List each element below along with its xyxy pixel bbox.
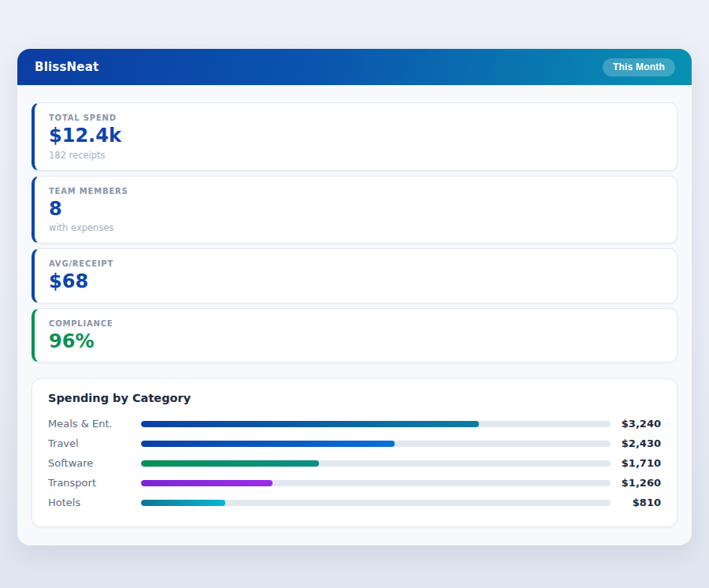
app-title: BlissNeat xyxy=(35,60,98,74)
category-label: Transport xyxy=(48,477,141,489)
bar-track xyxy=(141,500,611,506)
stat-value: $68 xyxy=(49,271,663,293)
category-label: Meals & Ent. xyxy=(48,418,141,430)
stat-label: COMPLIANCE xyxy=(49,319,663,328)
chart-row-software: Software $1,710 xyxy=(48,453,661,473)
chart-row-meals: Meals & Ent. $3,240 xyxy=(48,414,661,434)
stat-subtitle: with expenses xyxy=(49,222,663,233)
stat-card-compliance: COMPLIANCE 96% xyxy=(32,308,677,363)
stat-subtitle: 182 receipts xyxy=(49,150,663,161)
stat-card-total-spend: TOTAL SPEND $12.4k 182 receipts xyxy=(32,102,677,171)
stat-value: 96% xyxy=(49,331,663,353)
bar-travel xyxy=(141,441,395,447)
app-header: BlissNeat This Month xyxy=(17,49,692,85)
bar-hotels xyxy=(141,500,225,506)
stat-card-team-members: TEAM MEMBERS 8 with expenses xyxy=(32,176,677,244)
bar-track xyxy=(141,441,611,447)
stat-card-avg-receipt: AVG/RECEIPT $68 xyxy=(32,248,677,303)
category-label: Software xyxy=(48,457,141,469)
category-value: $1,710 xyxy=(611,457,661,469)
spending-by-category-chart: Spending by Category Meals & Ent. $3,240… xyxy=(32,378,677,527)
stat-value: $12.4k xyxy=(49,125,663,147)
category-value: $1,260 xyxy=(611,477,661,489)
chart-title: Spending by Category xyxy=(48,392,661,404)
bar-track xyxy=(141,480,611,486)
bar-track xyxy=(141,460,611,467)
bar-transport xyxy=(141,480,273,486)
category-value: $3,240 xyxy=(611,418,661,430)
stat-label: AVG/RECEIPT xyxy=(49,259,663,268)
bar-software xyxy=(141,460,319,467)
chart-row-travel: Travel $2,430 xyxy=(48,434,661,453)
category-value: $810 xyxy=(611,497,661,508)
category-label: Travel xyxy=(48,437,141,449)
stat-value: 8 xyxy=(49,199,663,221)
category-value: $2,430 xyxy=(611,437,661,449)
dashboard-body: TOTAL SPEND $12.4k 182 receipts TEAM MEM… xyxy=(17,85,692,545)
bar-track xyxy=(141,421,611,427)
period-badge[interactable]: This Month xyxy=(603,58,675,76)
stat-label: TOTAL SPEND xyxy=(49,114,663,122)
chart-row-hotels: Hotels $810 xyxy=(48,493,661,512)
chart-row-transport: Transport $1,260 xyxy=(48,473,661,493)
category-label: Hotels xyxy=(48,497,141,508)
stat-label: TEAM MEMBERS xyxy=(49,187,663,195)
dashboard-window: BlissNeat This Month TOTAL SPEND $12.4k … xyxy=(17,49,692,545)
bar-meals xyxy=(141,421,479,427)
